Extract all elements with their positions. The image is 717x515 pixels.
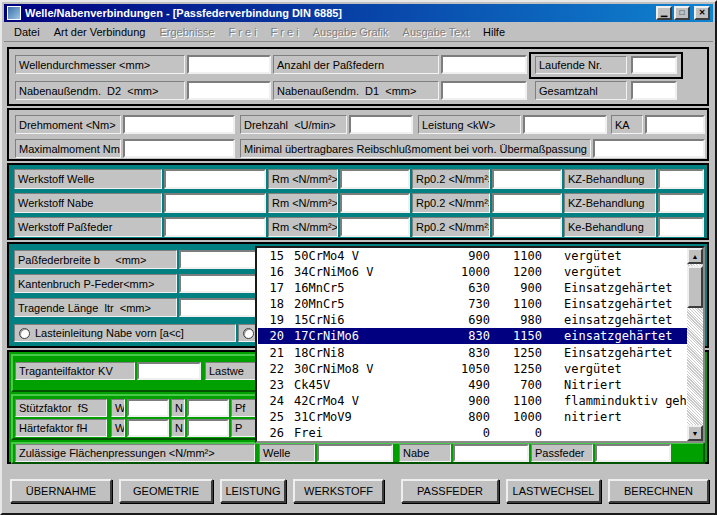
material-listbox: 1550CrMo4 V9001100vergütet 1634CrNiMo6 V… [255, 246, 705, 443]
haerte-w-input[interactable] [127, 419, 169, 437]
material-rp: 1100 [490, 394, 542, 408]
nabe-kz-behandlung-label: KZ-Behandlung [564, 193, 656, 213]
minimize-button[interactable]: ▁ [656, 6, 672, 20]
titlebar: Welle/Nabenverbindungen - [Passfederverb… [4, 4, 713, 22]
material-nr: 16 [258, 265, 284, 279]
material-nr: 17 [258, 281, 284, 295]
material-nr: 15 [258, 249, 284, 263]
naben-d1-input[interactable] [441, 81, 527, 100]
nabe-kz-behandlung-input[interactable] [658, 193, 704, 213]
material-behandlung: nitriert [564, 410, 622, 424]
naben-d2-input[interactable] [187, 81, 271, 100]
list-item[interactable]: 1634CrNiMo6 V10001200vergütet [258, 264, 687, 280]
zulaessige-pressungen-label: Zulässige Flächenpressungen <N/mm²> [15, 444, 255, 462]
nabe-rp-input[interactable] [492, 193, 562, 213]
material-name: 30CrNiMo8 V [294, 362, 440, 376]
anzahl-passfedern-input[interactable] [441, 55, 527, 74]
werkstoff-passfeder-input[interactable] [164, 217, 266, 237]
material-rm: 900 [440, 394, 490, 408]
menu-hilfe[interactable]: Hilfe [476, 23, 512, 41]
material-behandlung: einsatzgehärtet [564, 329, 672, 343]
list-item[interactable]: 1550CrMo4 V9001100vergütet [258, 248, 687, 264]
maximalmoment-input[interactable] [123, 139, 235, 158]
list-item[interactable]: 1820MnCr57301100Einsatzgehärtet [258, 296, 687, 312]
nabe-rm-input[interactable] [340, 193, 410, 213]
maximize-button[interactable]: □ [674, 6, 690, 20]
haertefaktor-label: Härtefaktor fH [15, 419, 107, 437]
scroll-down-icon[interactable]: ▼ [687, 425, 703, 441]
scrollbar-thumb[interactable] [687, 266, 703, 308]
load-frame: Drehmoment <Nm> Drehzahl <U/min> Leistun… [7, 108, 709, 161]
menu-frei-1: F r e i [221, 23, 263, 41]
passfeder-button[interactable]: PASSFEDER [401, 479, 499, 503]
laufende-nr-input[interactable] [631, 56, 677, 74]
passfeder-rm-input[interactable] [340, 217, 410, 237]
wellendurchmesser-input[interactable] [187, 55, 271, 74]
gesamtzahl-label: Gesamtzahl [535, 81, 627, 100]
werkstoff-nabe-input[interactable] [164, 193, 266, 213]
gesamtzahl-field[interactable] [631, 81, 677, 100]
leistung-button[interactable]: LEISTUNG [220, 479, 286, 503]
kantenbruch-input[interactable] [179, 274, 259, 293]
ka-input[interactable] [645, 115, 705, 134]
list-item[interactable]: 1716MnCr5630900Einsatzgehärtet [258, 280, 687, 296]
drehmoment-input[interactable] [123, 115, 235, 134]
leistung-input[interactable] [523, 115, 607, 134]
list-item[interactable]: 2118CrNi88301250Einsatzgehärtet [258, 344, 687, 360]
berechnen-button[interactable]: BERECHNEN [608, 479, 709, 503]
lastwechsel-button[interactable]: LASTWECHSEL [506, 479, 601, 503]
traganteilfaktor-input[interactable] [137, 362, 201, 380]
naben-d2-label: Nabenaußendm. D2 <mm> [15, 81, 185, 100]
material-name: 18CrNi8 [294, 346, 440, 360]
material-nr: 22 [258, 362, 284, 376]
radio-button-icon[interactable] [19, 328, 30, 339]
werkstoff-button[interactable]: WERKSTOFF [293, 479, 384, 503]
material-behandlung: einsatzgehärtet [564, 313, 672, 327]
reibschluss-label: Minimal übertragbares Reibschlußmoment b… [240, 139, 591, 158]
pressung-passfeder-label: Passfeder [531, 444, 593, 462]
material-behandlung: flamminduktiv gehärte [564, 394, 687, 408]
list-item[interactable]: 2230CrNiMo8 V10501250vergütet [258, 361, 687, 377]
list-item[interactable]: 23Ck45V490700Nitriert [258, 377, 687, 393]
welle-rp-input[interactable] [492, 169, 562, 189]
pressung-nabe-input[interactable] [453, 444, 529, 462]
pressung-passfeder-input[interactable] [595, 444, 671, 462]
welle-rm-input[interactable] [340, 169, 410, 189]
material-behandlung: vergütet [564, 249, 622, 263]
haerte-n-input[interactable] [187, 419, 229, 437]
material-name: 34CrNiMo6 V [294, 265, 440, 279]
menu-datei[interactable]: Datei [7, 23, 47, 41]
pressung-welle-input[interactable] [317, 444, 393, 462]
stuetz-n-input[interactable] [187, 399, 229, 417]
menu-art-der-verbindung[interactable]: Art der Verbindung [47, 23, 153, 41]
leistung-label: Leistung <kW> [418, 115, 521, 134]
welle-kz-behandlung-input[interactable] [658, 169, 704, 189]
radio-button-icon-2[interactable] [243, 328, 254, 339]
material-nr: 20 [258, 329, 284, 343]
passfederbreite-input[interactable] [179, 250, 259, 269]
werkstoff-welle-input[interactable] [164, 169, 266, 189]
scroll-up-icon[interactable]: ▲ [687, 248, 703, 264]
list-item[interactable]: 1915CrNi6690980einsatzgehärtet [258, 312, 687, 328]
geometrie-button[interactable]: GEOMETRIE [119, 479, 213, 503]
reibschluss-field[interactable] [593, 139, 705, 158]
material-rp: 980 [490, 313, 542, 327]
uebernahme-button[interactable]: ÜBERNAHME [10, 479, 112, 503]
list-item-selected[interactable]: 2017CrNiMo68301150einsatzgehärtet [258, 328, 687, 344]
passfeder-ke-behandlung-input[interactable] [658, 217, 704, 237]
scrollbar[interactable]: ▲ ▼ [687, 248, 703, 441]
material-name: 42CrMo4 V [294, 394, 440, 408]
close-button[interactable]: ✕ [694, 6, 710, 20]
lasteinleitung-radio-option[interactable]: Lasteinleitung Nabe vorn [a<c] [14, 324, 236, 342]
list-item[interactable]: 26Frei00 [258, 425, 687, 441]
material-nr: 25 [258, 410, 284, 424]
haerte-n-label: N [171, 419, 185, 437]
werkstoff-welle-label: Werkstoff Welle [14, 169, 162, 189]
drehzahl-input[interactable] [349, 115, 413, 134]
passfeder-rp-input[interactable] [492, 217, 562, 237]
list-item[interactable]: 2442CrMo4 V9001100flamminduktiv gehärte [258, 393, 687, 409]
material-name: Ck45V [294, 378, 440, 392]
stuetz-w-input[interactable] [127, 399, 169, 417]
tragende-laenge-input[interactable] [179, 298, 259, 317]
list-item[interactable]: 2531CrMoV98001000nitriert [258, 409, 687, 425]
